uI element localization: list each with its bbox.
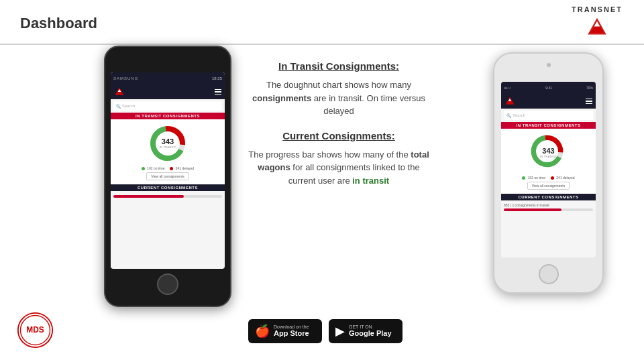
on-time-legend: 102 on time	[142, 166, 165, 170]
progress-bar-inner	[113, 195, 184, 198]
delayed-legend: 241 delayed	[170, 166, 194, 170]
view-all-button[interactable]: View all consignments	[146, 172, 189, 180]
header: TRANSNET	[550, 0, 644, 44]
progress-bar-outer	[113, 195, 222, 198]
iphone-camera	[547, 63, 551, 67]
samsung-brand-label: SAMSUNG	[113, 76, 138, 80]
iphone-on-time-legend: 102 on time	[522, 176, 545, 180]
iphone-progress-bar-inner	[504, 208, 561, 211]
iphone-progress-text: 853 | 1 consignments in transit	[504, 203, 593, 207]
section2-text: The progress bar shows how many of the t…	[245, 148, 433, 188]
iphone-view-all-button[interactable]: View all consignments	[527, 182, 570, 190]
total-wagons-highlight: total wagons	[258, 149, 429, 173]
in-transit-label: IN TRANSIT CONSIGNMENTS	[111, 113, 225, 119]
iphone-app-logo-icon	[504, 96, 515, 107]
iphone-carrier: •••○○	[504, 86, 511, 90]
iphone-current-consignments-bar: 853 | 1 consignments in transit	[501, 200, 596, 213]
donut-chart: 343 IN TRANSIT	[148, 123, 188, 164]
samsung-app-header	[111, 84, 225, 99]
appstore-badge-text: Download on the App Store	[274, 324, 309, 338]
donut-legend: 102 on time 241 delayed	[142, 166, 194, 170]
transit-number: 343	[159, 138, 176, 145]
on-time-dot	[142, 167, 145, 170]
iphone-donut-center: 343 IN TRANSIT	[540, 147, 557, 158]
iphone-app-header	[501, 94, 596, 109]
app-logo-icon	[114, 86, 125, 97]
donut-center: 343 IN TRANSIT	[159, 138, 176, 149]
iphone-home-button[interactable]	[539, 264, 559, 284]
in-transit-sublabel: IN TRANSIT	[159, 145, 176, 149]
iphone-current-consignments-label: CURRENT CONSIGNMENTS	[501, 194, 596, 200]
appstore-small-text: Download on the	[274, 324, 309, 329]
header-divider	[0, 44, 644, 45]
iphone-in-transit-sublabel: IN TRANSIT	[540, 155, 557, 158]
samsung-statusbar: SAMSUNG 18:25	[111, 72, 225, 84]
appstore-badge[interactable]: 🍎 Download on the App Store	[248, 319, 322, 343]
google-large-text: Google Play	[349, 329, 392, 338]
iphone-device: •••○○ 9:41 70% 🔍 Search I	[493, 52, 604, 294]
transnet-logo-icon	[584, 16, 610, 38]
hamburger-icon[interactable]	[215, 89, 221, 95]
donut-chart-area: 343 IN TRANSIT 102 on time 241 delayed V…	[111, 119, 225, 184]
apple-icon: 🍎	[255, 324, 270, 339]
phone-right-iphone: •••○○ 9:41 70% 🔍 Search I	[493, 52, 604, 294]
current-consignments-label: CURRENT CONSIGNMENTS	[111, 184, 225, 191]
iphone-delayed-dot	[551, 176, 554, 180]
iphone-donut-legend: 102 on time 241 delayed	[522, 176, 574, 180]
svg-text:MDS: MDS	[26, 325, 44, 335]
samsung-home-button[interactable]	[157, 274, 178, 295]
mds-logo: MDS	[17, 312, 54, 349]
google-badge-text: GET IT ON Google Play	[349, 324, 392, 338]
iphone-screen: •••○○ 9:41 70% 🔍 Search I	[501, 82, 596, 257]
in-transit-highlight: in transit	[352, 176, 389, 186]
iphone-time: 9:41	[545, 86, 552, 90]
page-title: Dashboard	[20, 15, 97, 32]
iphone-search-placeholder: Search	[513, 113, 525, 117]
samsung-screen: SAMSUNG 18:25 🔍 Search IN TRANSIT	[111, 72, 225, 269]
section1-title: In Transit Consignments:	[245, 60, 433, 72]
section1-text: The doughnut chart shows how many consig…	[245, 78, 433, 118]
iphone-donut-chart-area: 343 IN TRANSIT 102 on time 241 delayed V…	[501, 129, 596, 194]
iphone-hamburger-icon[interactable]	[586, 99, 592, 105]
current-consignments-bar	[111, 191, 225, 199]
iphone-statusbar: •••○○ 9:41 70%	[501, 82, 596, 94]
content-center: In Transit Consignments: The doughnut ch…	[245, 60, 433, 199]
iphone-progress-bar-outer	[504, 208, 593, 211]
brand-name: TRANSNET	[572, 5, 623, 13]
samsung-device: SAMSUNG 18:25 🔍 Search IN TRANSIT	[104, 46, 231, 307]
section2-title: Current Consignments:	[245, 130, 433, 141]
iphone-on-time-dot	[522, 176, 525, 180]
consignments-highlight: consignments	[252, 93, 311, 103]
iphone-transit-number: 343	[540, 147, 557, 155]
search-bar[interactable]: 🔍 Search	[113, 101, 222, 111]
appstore-large-text: App Store	[274, 329, 309, 338]
google-play-badge[interactable]: ▶ GET IT ON Google Play	[329, 319, 402, 343]
google-small-text: GET IT ON	[349, 324, 392, 329]
iphone-battery: 70%	[586, 86, 593, 90]
iphone-in-transit-label: IN TRANSIT CONSIGNMENTS	[501, 122, 596, 129]
samsung-time: 18:25	[212, 76, 222, 80]
iphone-search-bar[interactable]: 🔍 Search	[504, 111, 593, 120]
iphone-search-icon: 🔍	[506, 113, 511, 118]
search-placeholder: Search	[122, 104, 135, 108]
delayed-dot	[170, 167, 173, 170]
search-icon: 🔍	[116, 104, 121, 109]
app-badges-area: 🍎 Download on the App Store ▶ GET IT ON …	[248, 319, 402, 343]
google-play-icon: ▶	[335, 324, 345, 339]
phone-left-samsung: SAMSUNG 18:25 🔍 Search IN TRANSIT	[104, 46, 231, 307]
iphone-donut-chart: 343 IN TRANSIT	[529, 133, 569, 173]
iphone-delayed-legend: 241 delayed	[551, 176, 575, 180]
